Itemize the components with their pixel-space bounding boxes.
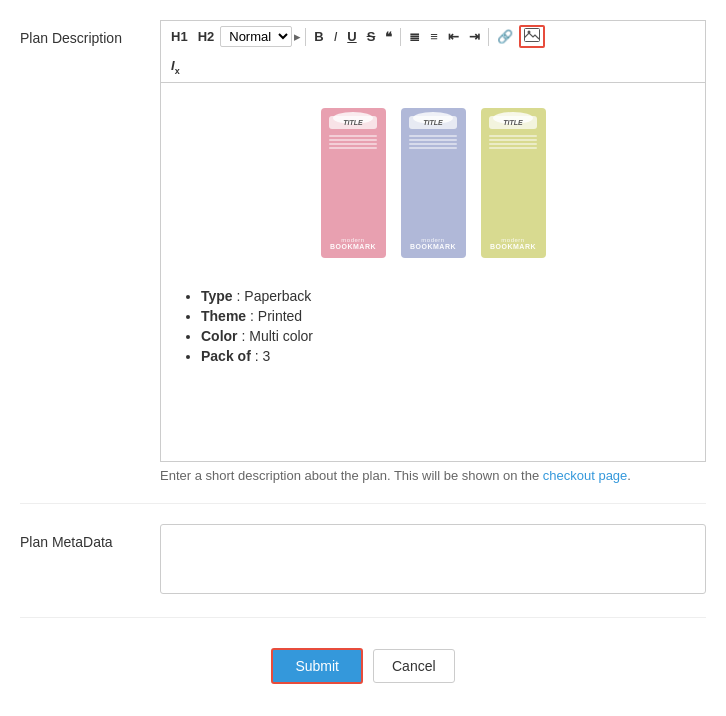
line [489,139,537,141]
image-icon [524,28,540,42]
ordered-list-button[interactable]: ≣ [405,27,424,46]
line [409,143,457,145]
underline-button[interactable]: U [343,27,360,46]
editor-toolbar-row1: H1 H2 Normal ▸ B I U S ❝ ≣ ≡ ⇤ ⇥ 🔗 [160,20,706,52]
form-buttons: Submit Cancel [20,648,706,684]
bookmark-yellow: TITLE modern BOOKMARK [481,108,546,258]
strikethrough-button[interactable]: S [363,27,380,46]
bookmark-yellow-lines [489,135,537,237]
divider-2 [400,28,401,46]
bookmark-purple-title: TITLE [414,119,452,126]
link-button[interactable]: 🔗 [493,27,517,46]
line [329,143,377,145]
unordered-list-button[interactable]: ≡ [426,27,442,46]
line [409,139,457,141]
bookmark-text: BOOKMARK [330,243,376,250]
list-label-pack: Pack of [201,348,251,364]
image-button[interactable] [519,25,545,48]
line [489,143,537,145]
cancel-button[interactable]: Cancel [373,649,455,683]
plan-description-label: Plan Description [20,20,160,46]
line [489,147,537,149]
italic-button[interactable]: I [330,27,342,46]
plan-metadata-label: Plan MetaData [20,524,160,550]
bookmark-yellow-title-area: TITLE [489,116,537,129]
bookmarks-image: TITLE modern BOOKMARK [176,98,690,268]
bookmark-pink: TITLE modern BOOKMARK [321,108,386,258]
clear-format-button[interactable]: Ix [167,56,184,78]
plan-metadata-control [160,524,706,597]
metadata-textarea[interactable] [160,524,706,594]
bookmark-purple: TITLE modern BOOKMARK [401,108,466,258]
list-label-theme: Theme [201,308,246,324]
bookmark-text: BOOKMARK [410,243,456,250]
dropdown-arrow: ▸ [294,29,301,44]
bookmark-pink-lines [329,135,377,237]
line [329,139,377,141]
font-style-select[interactable]: Normal [220,26,292,47]
bookmark-yellow-footer: modern BOOKMARK [490,237,536,250]
product-details-list: Type : Paperback Theme : Printed Color :… [176,288,690,364]
submit-button[interactable]: Submit [271,648,363,684]
list-label-type: Type [201,288,233,304]
bookmark-yellow-title: TITLE [494,119,532,126]
bookmark-pink-footer: modern BOOKMARK [330,237,376,250]
checkout-link[interactable]: checkout page [543,468,628,483]
bold-button[interactable]: B [310,27,327,46]
line [489,135,537,137]
divider-3 [488,28,489,46]
editor-content-area[interactable]: TITLE modern BOOKMARK [160,82,706,462]
bookmark-pink-title: TITLE [334,119,372,126]
line [409,147,457,149]
quote-button[interactable]: ❝ [381,27,396,46]
editor-toolbar-row2: Ix [160,52,706,82]
bookmark-purple-footer: modern BOOKMARK [410,237,456,250]
list-item-pack: Pack of : 3 [201,348,690,364]
bookmark-text: BOOKMARK [490,243,536,250]
indent-right-button[interactable]: ⇥ [465,27,484,46]
bookmark-pink-title-area: TITLE [329,116,377,129]
plan-description-row: Plan Description H1 H2 Normal ▸ B I U S … [20,20,706,504]
h1-button[interactable]: H1 [167,27,192,46]
plan-description-control: H1 H2 Normal ▸ B I U S ❝ ≣ ≡ ⇤ ⇥ 🔗 [160,20,706,483]
divider-1 [305,28,306,46]
list-item-color: Color : Multi color [201,328,690,344]
h2-button[interactable]: H2 [194,27,219,46]
list-item-theme: Theme : Printed [201,308,690,324]
indent-left-button[interactable]: ⇤ [444,27,463,46]
helper-text: Enter a short description about the plan… [160,468,706,483]
line [329,147,377,149]
line [329,135,377,137]
list-item-type: Type : Paperback [201,288,690,304]
bookmark-purple-title-area: TITLE [409,116,457,129]
bookmark-purple-lines [409,135,457,237]
list-label-color: Color [201,328,238,344]
line [409,135,457,137]
plan-metadata-row: Plan MetaData [20,524,706,618]
